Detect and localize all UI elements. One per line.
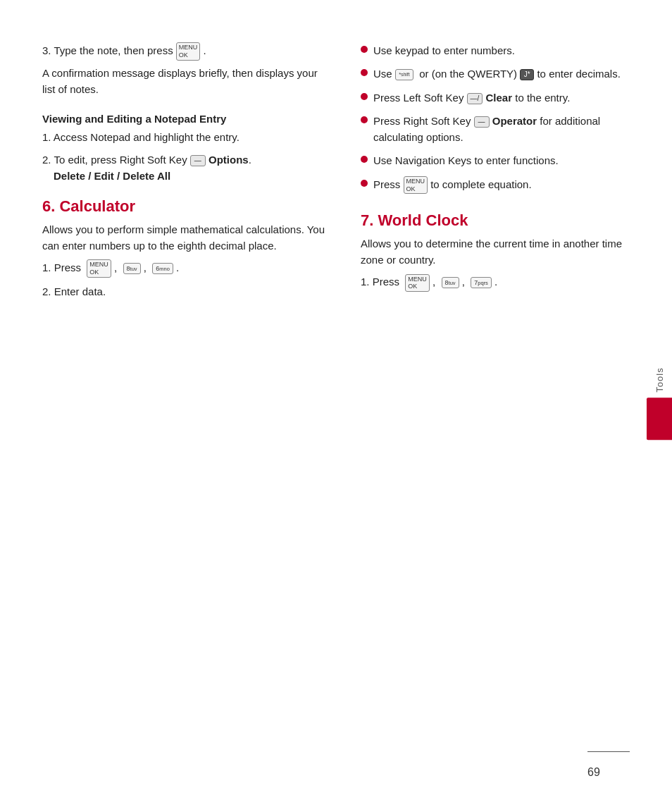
calc-key-menu: MENUOK (87, 259, 111, 278)
sidebar-tab: Tools (647, 367, 672, 440)
calc-key-8: 8 tuv (123, 263, 141, 274)
bullet-operator: Press Right Soft Key — Operator for addi… (361, 113, 644, 146)
bullet-dot-3 (361, 93, 368, 100)
calculator-desc: Allows you to perform simple mathematica… (42, 221, 325, 254)
viewing-heading: Viewing and Editing a Notepad Entry (42, 111, 325, 126)
right-soft-key-operator: — (474, 116, 490, 128)
sidebar-label: Tools (654, 367, 665, 392)
wc-step-1: 1. Press MENUOK , 8 tuv , 7 pqrs . (361, 273, 644, 292)
j-key: J* (520, 69, 534, 80)
world-clock-desc: Allows you to determine the current time… (361, 235, 644, 269)
view-step-2: 2. To edit, press Right Soft Key — Optio… (42, 152, 325, 185)
calc-step-2: 2. Enter data. (42, 283, 325, 300)
shift-key: *shift (395, 69, 413, 80)
wc-key-7: 7 pqrs (471, 277, 492, 288)
col-right: Use keypad to enter numbers. Use *shift … (354, 42, 644, 305)
bullet-nav-keys: Use Navigation Keys to enter functions. (361, 152, 644, 168)
bullet-clear: Press Left Soft Key —/ Clear to the entr… (361, 90, 644, 106)
bullet-dot-4 (361, 116, 368, 123)
page-number: 69 (587, 737, 630, 779)
view-step-1: 1. Access Notepad and highlight the entr… (42, 129, 325, 145)
world-clock-heading: 7. World Clock (361, 211, 644, 231)
calc-step-1: 1. Press MENUOK , 8 tuv , 6 mno . (42, 259, 325, 278)
wc-key-8: 8 tuv (442, 277, 459, 288)
divider-line (587, 751, 630, 752)
menu-ok-key-1: MENUOK (176, 42, 201, 61)
bullet-keypad: Use keypad to enter numbers. (361, 42, 644, 58)
bullet-dot-5 (361, 156, 368, 163)
bullet-shift: Use *shift or (on the QWERTY) J* to ente… (361, 66, 644, 82)
sidebar-bar (647, 398, 672, 440)
step3-suffix: . (204, 44, 206, 56)
col-left: 3. Type the note, then press MENUOK . A … (42, 42, 332, 305)
bullet-dot-1 (361, 46, 368, 53)
confirmation-text: A confirmation message displays briefly,… (42, 65, 325, 98)
menu-ok-key-2: MENUOK (404, 176, 428, 195)
calculator-heading: 6. Calculator (42, 197, 325, 217)
step3-text: 3. Type the note, then press (42, 44, 173, 56)
two-col-layout: 3. Type the note, then press MENUOK . A … (42, 42, 644, 305)
right-soft-key-options: — (190, 155, 206, 166)
step-3: 3. Type the note, then press MENUOK . A … (42, 42, 325, 97)
calc-step2-text: 2. Enter data. (42, 283, 325, 300)
page-container: 3. Type the note, then press MENUOK . A … (0, 0, 672, 807)
bullet-dot-6 (361, 180, 368, 187)
main-content: 3. Type the note, then press MENUOK . A … (0, 0, 672, 807)
calc-key-6: 6 mno (152, 263, 173, 274)
left-soft-key-clear: —/ (467, 93, 483, 104)
wc-key-menu: MENUOK (405, 274, 430, 292)
bullet-complete: Press MENUOK to complete equation. (361, 176, 644, 195)
bullet-dot-2 (361, 69, 368, 76)
